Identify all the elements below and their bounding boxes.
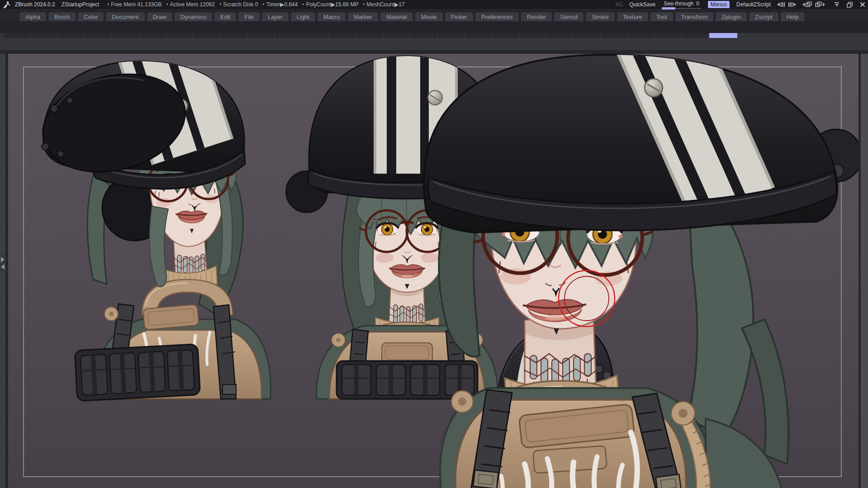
- see-through-slider-nub[interactable]: [662, 7, 675, 9]
- open-left-tray-icon[interactable]: [1, 257, 5, 262]
- tray-tab[interactable]: [411, 33, 437, 38]
- right-character-bust[interactable]: [424, 54, 859, 488]
- app-title: ZBrush 2024.0.2: [15, 1, 55, 8]
- menu-tab[interactable]: Tool: [650, 12, 674, 21]
- restore-icon[interactable]: [847, 2, 853, 8]
- menu-tab[interactable]: Movie: [415, 12, 443, 21]
- status-stat: •PolyCount▶15.68 MP: [302, 1, 358, 8]
- scroll-ui-left-icon[interactable]: [777, 2, 785, 7]
- see-through-slider[interactable]: See-through 0: [662, 0, 701, 9]
- tray-bar: [0, 33, 868, 54]
- menu-tab[interactable]: Help: [780, 12, 805, 21]
- tray-tab[interactable]: [519, 33, 545, 38]
- status-stats: •Free Mem 41.133GB•Active Mem 12092•Scra…: [107, 1, 404, 8]
- tray-tab[interactable]: [356, 33, 383, 38]
- close-left-tray-icon[interactable]: [1, 264, 5, 270]
- project-name: ZStartupProject: [62, 1, 99, 8]
- tray-tab[interactable]: [546, 33, 573, 38]
- work-area: [0, 54, 868, 488]
- status-stat: •Free Mem 41.133GB: [107, 1, 161, 8]
- tray-tab-active[interactable]: [709, 33, 737, 38]
- tray-tab[interactable]: [166, 33, 193, 38]
- tray-tab[interactable]: [465, 33, 491, 38]
- tray-tab[interactable]: [31, 33, 57, 38]
- status-stat: •MeshCount▶17: [363, 1, 404, 8]
- sculpt-canvas[interactable]: [8, 54, 859, 488]
- tray-tab[interactable]: [438, 33, 464, 38]
- tray-tab[interactable]: [85, 33, 111, 38]
- tray-tab[interactable]: [112, 33, 138, 38]
- tray-tab[interactable]: [221, 33, 247, 38]
- menu-tab[interactable]: Edit: [214, 12, 237, 21]
- menu-tab[interactable]: Dynamics: [174, 12, 213, 21]
- tray-divider-strip: [0, 33, 868, 38]
- tray-tab[interactable]: [194, 33, 220, 38]
- minimize-icon[interactable]: [834, 2, 840, 7]
- menu-tab[interactable]: Preferences: [475, 12, 519, 21]
- menu-tab[interactable]: Layer: [261, 12, 289, 21]
- title-bar: ZBrush 2024.0.2 ZStartupProject •Free Me…: [0, 0, 868, 9]
- tray-tab[interactable]: [655, 33, 681, 38]
- left-tray-handle[interactable]: [0, 255, 5, 272]
- menu-tab[interactable]: Brush: [48, 12, 76, 21]
- tray-tab[interactable]: [682, 33, 708, 38]
- default-zscript-button[interactable]: DefaultZScript: [736, 1, 771, 8]
- zbrush-logo-icon: [3, 1, 10, 9]
- tray-tab[interactable]: [384, 33, 410, 38]
- tray-tab[interactable]: [302, 33, 328, 38]
- status-stat: •Timer▶0.644: [263, 1, 298, 8]
- menu-tab[interactable]: Zscript: [749, 12, 779, 21]
- menu-tab[interactable]: Zplugin: [715, 12, 747, 21]
- see-through-value: 0: [696, 0, 699, 7]
- tray-tab[interactable]: [329, 33, 356, 38]
- menu-tab[interactable]: Light: [290, 12, 316, 21]
- close-icon[interactable]: [860, 2, 865, 7]
- tray-tab[interactable]: [601, 33, 627, 38]
- tray-tab[interactable]: [275, 33, 301, 38]
- tray-tab[interactable]: [628, 33, 654, 38]
- menu-tab[interactable]: Material: [380, 12, 413, 21]
- menus-toggle-button[interactable]: Menus: [707, 0, 730, 9]
- menu-tab[interactable]: Macro: [317, 12, 346, 21]
- menu-tab[interactable]: Document: [105, 12, 145, 21]
- tray-tab[interactable]: [492, 33, 518, 38]
- menu-tab[interactable]: Render: [521, 12, 553, 21]
- menu-tab[interactable]: Picker: [445, 12, 474, 21]
- menu-tab[interactable]: File: [238, 12, 260, 21]
- menu-tab[interactable]: Stencil: [554, 12, 584, 21]
- right-tray-edge[interactable]: [861, 54, 868, 488]
- next-window-icon[interactable]: [815, 1, 825, 8]
- tray-tab[interactable]: [58, 33, 84, 38]
- status-stat: •Active Mem 12092: [166, 1, 215, 8]
- tray-tab[interactable]: [4, 33, 30, 38]
- menu-tab[interactable]: Color: [77, 12, 104, 21]
- menu-tab[interactable]: Draw: [147, 12, 173, 21]
- left-character-bust[interactable]: [33, 54, 271, 401]
- menu-bar: AlphaBrushColorDocumentDrawDynamicsEditF…: [0, 9, 868, 21]
- prev-window-icon[interactable]: [802, 1, 812, 8]
- left-tray-divider[interactable]: [0, 54, 5, 488]
- see-through-label: See-through: [664, 0, 693, 7]
- quicksave-button[interactable]: QuickSave: [629, 1, 655, 8]
- status-stat: •Scratch Disk 0: [219, 1, 258, 8]
- viewport[interactable]: [8, 54, 859, 488]
- ac-label: AC: [616, 1, 623, 8]
- menu-tab[interactable]: Marker: [347, 12, 378, 21]
- menu-tab[interactable]: Texture: [617, 12, 649, 21]
- tray-tab[interactable]: [248, 33, 274, 38]
- tray-tab[interactable]: [139, 33, 166, 38]
- menu-tab[interactable]: Transform: [675, 12, 714, 21]
- scroll-ui-right-icon[interactable]: [788, 2, 796, 7]
- menu-tab[interactable]: Alpha: [19, 12, 47, 21]
- tray-tab[interactable]: [574, 33, 600, 38]
- menu-tab[interactable]: Stroke: [585, 12, 615, 21]
